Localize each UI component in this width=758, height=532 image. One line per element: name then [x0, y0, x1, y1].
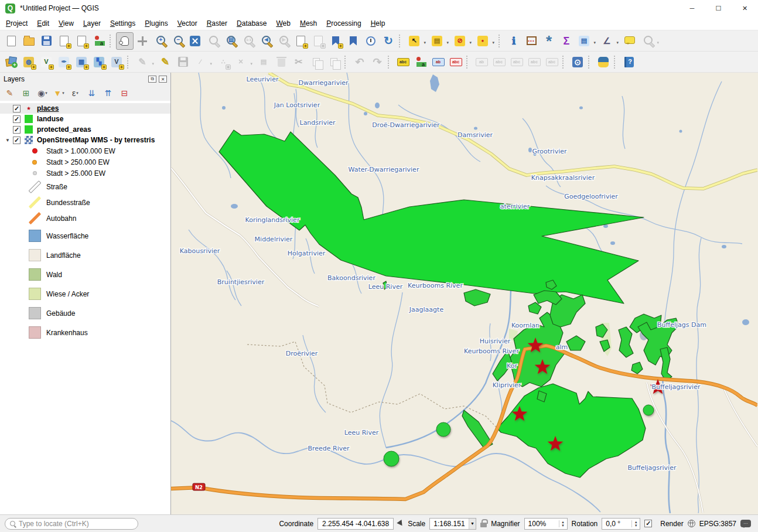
- new-print-layout-button[interactable]: ✦: [55, 32, 73, 50]
- add-virtual-layer-button[interactable]: V✦: [108, 53, 125, 71]
- layer-item-protected_areas[interactable]: protected_areas: [0, 124, 170, 135]
- menu-layer[interactable]: Layer: [78, 17, 105, 30]
- menu-project[interactable]: Project: [1, 17, 32, 30]
- open-project-button[interactable]: [20, 32, 37, 50]
- menu-database[interactable]: Database: [232, 17, 271, 30]
- identify-features-button[interactable]: ℹ: [505, 32, 523, 50]
- metasearch-button[interactable]: ⊙: [569, 53, 586, 71]
- measure-button[interactable]: ∠▾: [598, 32, 616, 50]
- layer-checkbox[interactable]: [13, 115, 21, 123]
- zoom-full-button[interactable]: [186, 32, 204, 50]
- menu-help[interactable]: Help: [366, 17, 390, 30]
- coordinate-input[interactable]: 2.255.454 -4.041.638: [317, 518, 394, 530]
- dropdown-icon[interactable]: ▾: [250, 62, 252, 66]
- add-raster-layer-button[interactable]: ◍✦: [20, 53, 37, 71]
- menu-web[interactable]: Web: [271, 17, 295, 30]
- new-map-view-button[interactable]: ✦: [292, 32, 309, 50]
- messages-icon[interactable]: …: [740, 520, 751, 527]
- rotation-spinbox[interactable]: 0,0 ° ▲▼: [602, 518, 640, 530]
- dropdown-icon[interactable]: ▾: [210, 62, 212, 66]
- show-layout-manager-button[interactable]: ✦: [73, 32, 90, 50]
- layer-checkbox[interactable]: [13, 105, 21, 112]
- menu-raster[interactable]: Raster: [202, 17, 232, 30]
- remove-layer-button[interactable]: ⊟: [117, 87, 132, 100]
- pan-to-selection-button[interactable]: [134, 32, 151, 50]
- zoom-last-button[interactable]: ◀: [257, 32, 274, 50]
- filter-legend-button[interactable]: ▼▾: [52, 87, 66, 100]
- select-features-button[interactable]: ↖▾: [405, 32, 423, 50]
- select-features-by-value-button[interactable]: ▤▾: [428, 32, 446, 50]
- add-group-button[interactable]: ⊞: [19, 87, 33, 100]
- float-panel-button[interactable]: ⧉: [148, 76, 156, 83]
- help-button[interactable]: ?: [620, 53, 638, 71]
- expander-icon[interactable]: ▼: [4, 138, 12, 143]
- zoom-out-button[interactable]: −: [169, 32, 186, 50]
- locator-search-input[interactable]: Type to locate (Ctrl+K): [5, 518, 138, 530]
- open-layer-styling-button[interactable]: ✎: [2, 87, 17, 100]
- python-console-button[interactable]: [595, 53, 612, 71]
- extents-icon[interactable]: [397, 520, 404, 527]
- toggle-editing-button[interactable]: ✎: [156, 53, 174, 71]
- processing-toolbox-button[interactable]: *: [540, 32, 558, 50]
- menu-mesh[interactable]: Mesh: [295, 17, 322, 30]
- add-mesh-layer-button[interactable]: ▦✦: [73, 53, 90, 71]
- menu-processing[interactable]: Processing: [322, 17, 366, 30]
- magnifier-spinbox[interactable]: 100% ▲▼: [524, 518, 568, 530]
- pin-labels-button[interactable]: ab: [429, 53, 447, 71]
- menu-edit[interactable]: Edit: [32, 17, 54, 30]
- dropdown-icon[interactable]: ▾: [469, 40, 472, 45]
- add-vector-layer-button[interactable]: V✦: [37, 53, 55, 71]
- layer-item-openstreetmap[interactable]: ▼OpenStreetMap WMS - by terrestris: [0, 135, 170, 145]
- add-text-layer-button[interactable]: ✒✦: [55, 53, 73, 71]
- map-tips-button[interactable]: [621, 32, 639, 50]
- menu-view[interactable]: View: [54, 17, 78, 30]
- new-spatial-bookmark-button[interactable]: ✦: [327, 32, 344, 50]
- layer-item-landuse[interactable]: landuse: [0, 114, 170, 124]
- scale-combo[interactable]: 1:168.151 ▼: [429, 518, 476, 530]
- lock-scale-icon[interactable]: [480, 523, 487, 527]
- dropdown-icon[interactable]: ▾: [152, 62, 154, 66]
- layer-labeling-button[interactable]: abc: [394, 53, 412, 71]
- dropdown-icon[interactable]: ▾: [424, 40, 426, 45]
- layer-diagram-button[interactable]: [412, 53, 429, 71]
- refresh-button[interactable]: ↻: [380, 32, 397, 50]
- save-project-button[interactable]: [37, 32, 55, 50]
- minimize-button[interactable]: ─: [679, 0, 705, 16]
- layer-checkbox[interactable]: [13, 126, 21, 134]
- style-manager-button[interactable]: [90, 32, 108, 50]
- data-source-manager-button[interactable]: +: [2, 53, 20, 71]
- menu-settings[interactable]: Settings: [105, 17, 140, 30]
- render-checkbox[interactable]: [644, 520, 652, 527]
- zoom-in-button[interactable]: +: [151, 32, 169, 50]
- layer-item-places[interactable]: places: [0, 103, 170, 114]
- new-project-button[interactable]: [2, 32, 20, 50]
- statistical-summary-button[interactable]: •••: [523, 32, 540, 50]
- close-button[interactable]: ✕: [732, 0, 758, 16]
- dropdown-icon[interactable]: ▾: [492, 40, 494, 45]
- show-statistics-button[interactable]: Σ: [558, 32, 575, 50]
- zoom-to-layer-button[interactable]: ▤: [221, 32, 239, 50]
- open-attribute-table-button[interactable]: ▤▾: [575, 32, 593, 50]
- dropdown-icon[interactable]: ▾: [657, 40, 659, 45]
- dropdown-icon[interactable]: ▾: [616, 40, 619, 45]
- dropdown-icon[interactable]: ▾: [593, 40, 596, 45]
- scale-dropdown-icon[interactable]: ▼: [469, 519, 476, 529]
- map-canvas[interactable]: N2 LeeurivierDwarriegarivierJan Lootsriv…: [171, 73, 758, 514]
- select-by-form-button[interactable]: ●▾: [474, 32, 491, 50]
- crs-value[interactable]: EPSG:3857: [699, 520, 736, 528]
- deselect-features-button[interactable]: ⊘▾: [451, 32, 469, 50]
- expand-all-button[interactable]: ⇊: [84, 87, 99, 100]
- layer-checkbox[interactable]: [13, 137, 21, 144]
- dropdown-icon[interactable]: ▾: [446, 40, 449, 45]
- highlight-labels-button[interactable]: abc: [447, 53, 465, 71]
- close-panel-button[interactable]: ✕: [159, 76, 167, 83]
- manage-map-themes-button[interactable]: ◉▾: [35, 87, 50, 100]
- collapse-all-button[interactable]: ⇈: [101, 87, 115, 100]
- pan-map-button[interactable]: [116, 32, 134, 50]
- show-spatial-bookmarks-button[interactable]: [344, 32, 362, 50]
- temporal-controller-button[interactable]: [362, 32, 380, 50]
- filter-expression-button[interactable]: ε▾: [68, 87, 83, 100]
- menu-plugins[interactable]: Plugins: [140, 17, 172, 30]
- maximize-button[interactable]: ☐: [705, 0, 732, 16]
- menu-vector[interactable]: Vector: [173, 17, 202, 30]
